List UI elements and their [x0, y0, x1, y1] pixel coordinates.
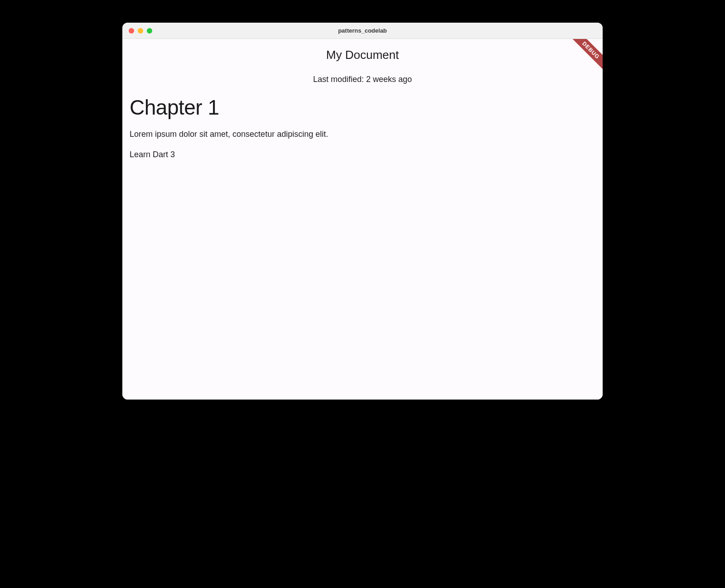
- app-content: DEBUG My Document Last modified: 2 weeks…: [122, 39, 603, 400]
- fullscreen-button[interactable]: [147, 28, 152, 34]
- document-body: Chapter 1 Lorem ipsum dolor sit amet, co…: [122, 84, 603, 159]
- titlebar: patterns_codelab: [122, 23, 603, 39]
- chapter-heading: Chapter 1: [130, 95, 595, 120]
- traffic-lights: [122, 28, 152, 34]
- link-text: Learn Dart 3: [130, 150, 595, 159]
- document-header: My Document Last modified: 2 weeks ago: [122, 39, 603, 84]
- minimize-button[interactable]: [138, 28, 143, 34]
- close-button[interactable]: [129, 28, 134, 34]
- last-modified-text: Last modified: 2 weeks ago: [122, 75, 603, 84]
- app-window: patterns_codelab DEBUG My Document Last …: [122, 23, 603, 400]
- document-title: My Document: [122, 48, 603, 62]
- body-paragraph: Lorem ipsum dolor sit amet, consectetur …: [130, 130, 595, 139]
- window-title: patterns_codelab: [122, 27, 603, 34]
